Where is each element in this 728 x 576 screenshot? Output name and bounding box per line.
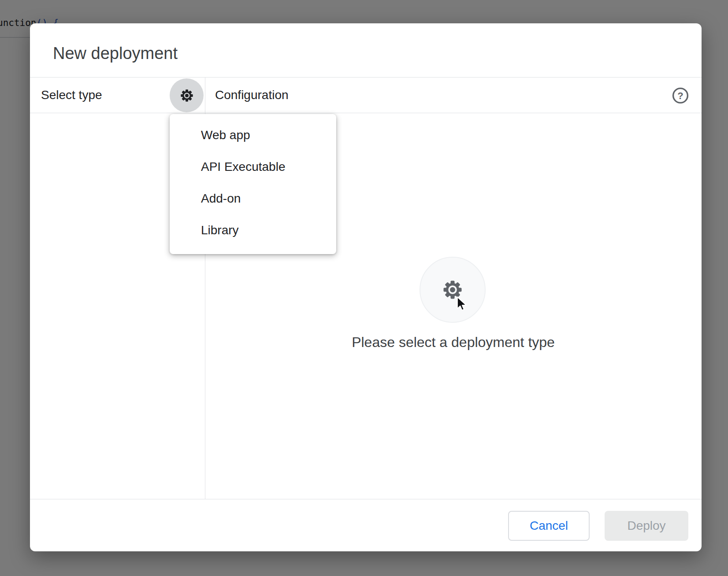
empty-state-message: Please select a deployment type xyxy=(205,334,702,351)
menu-item-library[interactable]: Library xyxy=(170,214,336,246)
deployment-type-menu: Web app API Executable Add-on Library xyxy=(170,114,336,254)
mouse-cursor-icon xyxy=(456,296,469,312)
menu-item-api-executable[interactable]: API Executable xyxy=(170,151,336,183)
menu-item-add-on[interactable]: Add-on xyxy=(170,183,336,214)
divider xyxy=(30,113,702,113)
menu-item-web-app[interactable]: Web app xyxy=(170,119,336,151)
configuration-header: Configuration xyxy=(215,78,289,113)
select-type-header: Select type xyxy=(41,78,102,113)
svg-text:?: ? xyxy=(677,90,683,101)
help-circle-icon[interactable]: ? xyxy=(672,87,689,104)
deployment-type-gear-button[interactable] xyxy=(170,78,204,112)
cancel-button[interactable]: Cancel xyxy=(508,511,590,541)
divider xyxy=(30,77,702,78)
new-deployment-dialog: New deployment Select type Configuration… xyxy=(30,23,702,551)
empty-state-circle xyxy=(420,257,486,323)
footer-divider xyxy=(30,499,702,499)
gear-icon xyxy=(180,89,194,103)
page-title: New deployment xyxy=(53,44,178,64)
deploy-button[interactable]: Deploy xyxy=(605,511,688,541)
